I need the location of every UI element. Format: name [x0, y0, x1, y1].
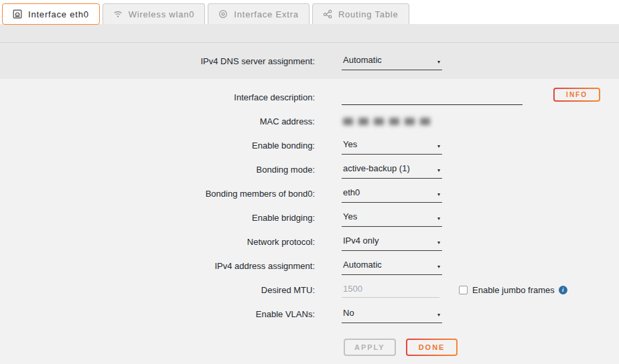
field-label-ipv4-dns-server-assignment: IPv4 DNS server assignment:	[0, 56, 315, 66]
chevron-down-icon: ▾	[437, 264, 440, 270]
chevron-down-icon: ▾	[437, 312, 440, 318]
selected-value: Automatic	[343, 260, 382, 270]
chevron-down-icon: ▾	[437, 240, 440, 246]
tab-interface-extra[interactable]: Interface Extra	[208, 3, 310, 24]
enable-vlans-select[interactable]: No▾	[342, 305, 442, 323]
ipv4-address-assignment-select[interactable]: Automatic▾	[342, 257, 442, 275]
form-header-band	[0, 24, 619, 43]
mac-address-redacted-value	[343, 118, 431, 125]
bonding-mode-select[interactable]: active-backup (1)▾	[342, 161, 442, 179]
form-row-desired-mtu: Desired MTU:Enable jumbo framesi	[0, 278, 619, 302]
chevron-down-icon: ▾	[437, 215, 440, 221]
field-label-desired-mtu: Desired MTU:	[0, 285, 315, 295]
form-body: Interface description:INFOMAC address:En…	[0, 79, 619, 356]
selected-value: active-backup (1)	[343, 163, 410, 173]
tab-label: Interface Extra	[234, 9, 299, 19]
field-label-ipv4-address-assignment: IPv4 address assignment:	[0, 261, 315, 271]
field-area-enable-bridging: Yes▾	[342, 209, 442, 227]
form-row-ipv4-address-assignment: IPv4 address assignment:Automatic▾	[0, 254, 619, 278]
form-actions: APPLY DONE	[344, 339, 619, 356]
field-label-interface-description: Interface description:	[0, 92, 315, 102]
form-row-network-protocol: Network protocol:IPv4 only▾	[0, 230, 619, 254]
apply-button[interactable]: APPLY	[344, 339, 396, 356]
form-row-ipv4-dns-server-assignment: IPv4 DNS server assignment:Automatic▾	[0, 52, 619, 70]
chevron-down-icon: ▾	[437, 167, 440, 173]
enable-bridging-select[interactable]: Yes▾	[342, 209, 442, 227]
form-row-bonding-members-of-bond0: Bonding members of bond0:eth0▾	[0, 181, 619, 205]
field-area-network-protocol: IPv4 only▾	[342, 233, 442, 251]
field-area-enable-vlans: No▾	[342, 305, 442, 323]
form-row-enable-vlans: Enable VLANs:No▾	[0, 302, 619, 326]
selected-value: Yes	[343, 139, 357, 149]
field-label-enable-bridging: Enable bridging:	[0, 213, 315, 223]
bonding-members-of-bond0-select[interactable]: eth0▾	[342, 185, 442, 203]
chevron-down-icon: ▾	[437, 143, 440, 149]
field-area-ipv4-dns-server-assignment: Automatic▾	[342, 52, 442, 70]
chevron-down-icon: ▾	[437, 191, 440, 197]
field-label-enable-bonding: Enable bonding:	[0, 141, 315, 151]
info-button[interactable]: INFO	[553, 88, 600, 102]
field-label-network-protocol: Network protocol:	[0, 237, 315, 247]
field-label-mac-address: MAC address:	[0, 116, 315, 126]
field-label-bonding-mode: Bonding mode:	[0, 165, 315, 175]
tab-wireless-wlan0[interactable]: Wireless wlan0	[102, 3, 206, 24]
ethernet-icon	[13, 9, 22, 19]
selected-value: Yes	[343, 211, 357, 221]
done-button-label: DONE	[407, 340, 457, 355]
field-area-mac-address	[342, 118, 431, 125]
tab-label: Interface eth0	[28, 9, 89, 19]
done-button[interactable]: DONE	[406, 339, 458, 356]
selected-value: No	[343, 308, 354, 318]
field-area-enable-bonding: Yes▾	[342, 136, 442, 155]
dns-section: IPv4 DNS server assignment:Automatic▾	[0, 43, 619, 79]
tab-label: Routing Table	[338, 9, 399, 19]
field-label-enable-vlans: Enable VLANs:	[0, 309, 315, 319]
info-circle-icon[interactable]: i	[559, 286, 567, 294]
form-row-enable-bonding: Enable bonding:Yes▾	[0, 133, 619, 157]
field-area-bonding-members-of-bond0: eth0▾	[342, 185, 442, 203]
desired-mtu-input[interactable]	[342, 282, 439, 298]
network-protocol-select[interactable]: IPv4 only▾	[342, 233, 442, 251]
tab-label: Wireless wlan0	[129, 9, 195, 19]
enable-jumbo-frames-checkbox-group: Enable jumbo framesi	[459, 285, 567, 295]
form-row-bonding-mode: Bonding mode:active-backup (1)▾	[0, 157, 619, 181]
share-nodes-icon	[323, 9, 332, 19]
form-row-enable-bridging: Enable bridging:Yes▾	[0, 205, 619, 230]
network-interface-config-page: Interface eth0Wireless wlan0Interface Ex…	[0, 0, 619, 364]
interface-description-input[interactable]	[342, 90, 523, 105]
chevron-down-icon: ▾	[437, 59, 440, 65]
tab-bar: Interface eth0Wireless wlan0Interface Ex…	[0, 0, 619, 24]
selected-value: Automatic	[343, 55, 382, 65]
ipv4-dns-server-assignment-select[interactable]: Automatic▾	[342, 52, 442, 70]
tab-routing-table[interactable]: Routing Table	[312, 3, 409, 24]
selected-value: eth0	[343, 187, 360, 197]
enable-jumbo-frames-checkbox[interactable]	[459, 286, 468, 294]
target-icon	[218, 9, 228, 19]
selected-value: IPv4 only	[343, 236, 379, 246]
field-area-interface-description	[342, 90, 523, 105]
enable-bonding-select[interactable]: Yes▾	[342, 136, 442, 155]
form-row-interface-description: Interface description:INFO	[0, 85, 619, 109]
form-rows: Interface description:INFOMAC address:En…	[0, 85, 619, 326]
enable-jumbo-frames-label: Enable jumbo frames	[472, 285, 555, 295]
field-area-desired-mtu: Enable jumbo framesi	[342, 282, 567, 298]
form-row-mac-address: MAC address:	[0, 109, 619, 133]
field-area-ipv4-address-assignment: Automatic▾	[342, 257, 442, 275]
info-button-label: INFO	[555, 89, 599, 100]
field-area-bonding-mode: active-backup (1)▾	[342, 161, 442, 179]
tab-interface-eth0[interactable]: Interface eth0	[2, 3, 100, 25]
wifi-icon	[113, 9, 123, 19]
field-label-bonding-members-of-bond0: Bonding members of bond0:	[0, 189, 315, 199]
